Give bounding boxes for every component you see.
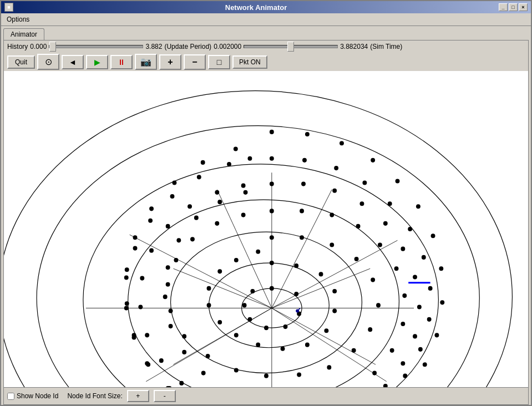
- svg-point-88: [244, 190, 248, 195]
- svg-point-36: [281, 347, 285, 351]
- svg-point-87: [217, 200, 222, 204]
- content-area: History 0.000 3.882 (Update Period) 0.00…: [3, 40, 529, 405]
- zoom-out-button[interactable]: −: [184, 54, 206, 70]
- svg-point-115: [241, 184, 246, 188]
- close-button[interactable]: ×: [519, 3, 528, 11]
- svg-point-70: [394, 266, 399, 271]
- svg-point-118: [334, 166, 338, 170]
- animator-tab[interactable]: Animator: [3, 28, 44, 40]
- rewind-button[interactable]: ◄: [62, 55, 84, 69]
- svg-point-21: [270, 286, 274, 291]
- svg-point-95: [413, 275, 417, 279]
- font-size-label: Node Id Font Size:: [67, 392, 122, 400]
- svg-line-16: [217, 190, 272, 308]
- window-icon: ■: [4, 3, 13, 12]
- rectangle-icon: □: [217, 58, 221, 67]
- show-node-id-checkbox[interactable]: [7, 393, 14, 400]
- svg-point-93: [383, 221, 388, 226]
- svg-point-49: [371, 278, 375, 282]
- svg-point-125: [418, 347, 423, 352]
- svg-point-114: [215, 190, 219, 195]
- svg-point-46: [300, 235, 304, 240]
- svg-point-109: [138, 304, 143, 309]
- pause-button[interactable]: ⏸: [110, 55, 133, 69]
- svg-line-10: [272, 308, 387, 382]
- svg-point-65: [270, 209, 274, 213]
- svg-point-63: [215, 221, 219, 226]
- maximize-button[interactable]: □: [509, 3, 518, 11]
- svg-point-170: [149, 206, 154, 211]
- svg-point-73: [390, 348, 394, 353]
- history-max: 3.882: [145, 43, 162, 50]
- svg-point-62: [190, 237, 195, 241]
- svg-point-142: [197, 175, 201, 179]
- svg-point-44: [256, 250, 260, 254]
- show-node-id-label[interactable]: Show Node Id: [7, 392, 58, 400]
- pause-icon: ⏸: [118, 58, 125, 67]
- svg-point-108: [145, 333, 149, 337]
- svg-point-106: [179, 381, 184, 385]
- svg-point-4: [83, 164, 439, 387]
- svg-point-171: [173, 180, 177, 185]
- network-canvas[interactable]: [4, 71, 528, 387]
- select-button[interactable]: □: [208, 55, 230, 69]
- zoom-in-button[interactable]: +: [159, 54, 181, 70]
- quit-button[interactable]: Quit: [7, 55, 35, 69]
- svg-point-172: [201, 160, 205, 165]
- svg-point-92: [359, 201, 364, 206]
- svg-point-22: [294, 292, 298, 296]
- svg-point-26: [247, 317, 252, 322]
- history-slider[interactable]: [49, 45, 143, 48]
- svg-point-53: [327, 365, 331, 369]
- svg-point-143: [227, 162, 231, 166]
- svg-point-33: [332, 309, 337, 313]
- svg-point-47: [330, 242, 334, 247]
- svg-point-119: [362, 180, 367, 185]
- play-icon: ▶: [94, 58, 100, 67]
- update-period-slider[interactable]: [244, 45, 338, 48]
- svg-point-48: [354, 257, 359, 261]
- font-size-increase-button[interactable]: +: [127, 390, 149, 402]
- svg-point-89: [270, 182, 274, 186]
- svg-point-90: [301, 182, 306, 186]
- svg-point-45: [270, 235, 274, 240]
- font-size-decrease-button[interactable]: -: [154, 390, 176, 402]
- slider-row: History 0.000 3.882 (Update Period) 0.00…: [4, 40, 528, 53]
- svg-point-110: [140, 276, 144, 280]
- svg-point-150: [416, 204, 420, 209]
- svg-point-54: [297, 373, 301, 377]
- network-svg: [4, 71, 528, 387]
- svg-point-153: [440, 300, 444, 304]
- svg-point-84: [166, 265, 170, 270]
- rewind-icon: ◄: [69, 58, 77, 67]
- title-bar: ■ Network Animator _ □ ×: [1, 1, 531, 13]
- svg-point-116: [270, 156, 274, 161]
- svg-point-69: [378, 242, 382, 247]
- svg-point-51: [368, 327, 372, 332]
- camera-icon: 📷: [140, 57, 151, 67]
- svg-point-141: [170, 194, 175, 199]
- svg-point-145: [270, 130, 274, 134]
- svg-point-61: [174, 258, 178, 262]
- svg-point-140: [148, 219, 153, 223]
- pkt-on-button[interactable]: Pkt ON: [232, 55, 267, 69]
- svg-point-35: [305, 343, 310, 347]
- screenshot-button[interactable]: 📷: [135, 54, 157, 70]
- svg-point-52: [352, 348, 356, 353]
- crosshair-button[interactable]: ⊙: [37, 54, 59, 70]
- menu-bar: Options: [1, 13, 531, 26]
- svg-point-34: [324, 328, 328, 333]
- svg-point-2: [171, 232, 362, 373]
- svg-point-152: [439, 266, 443, 271]
- svg-point-168: [125, 267, 129, 272]
- play-button[interactable]: ▶: [86, 55, 108, 69]
- options-menu[interactable]: Options: [3, 14, 33, 24]
- svg-point-71: [402, 293, 407, 298]
- svg-point-149: [396, 179, 400, 183]
- svg-point-98: [401, 361, 405, 366]
- zoom-out-icon: −: [192, 57, 197, 67]
- crosshair-icon: ⊙: [45, 57, 52, 67]
- svg-point-25: [264, 326, 268, 330]
- minimize-button[interactable]: _: [499, 3, 508, 11]
- svg-point-42: [217, 269, 222, 273]
